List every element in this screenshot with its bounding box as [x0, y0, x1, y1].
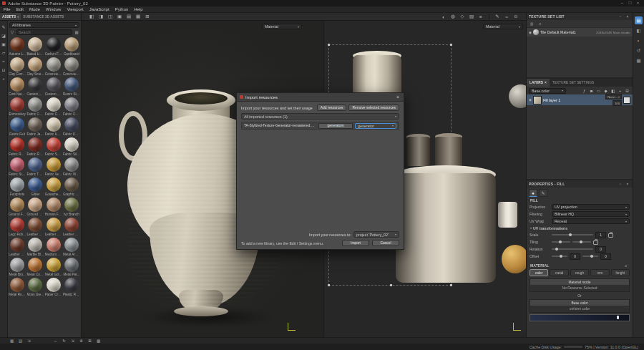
tab-layers[interactable]: LAYERS ×	[527, 79, 550, 87]
resource-tag-chip[interactable]: generators	[318, 123, 353, 129]
property-select[interactable]: UV projection ▾	[552, 204, 630, 210]
asset-item[interactable]: Fabric Can...	[26, 97, 44, 116]
asset-item[interactable]: Baked Lig...	[26, 37, 44, 56]
imported-resources-filter-select[interactable]: All imported resources (1) ▾	[241, 113, 399, 120]
2d-only-view-icon[interactable]: ▤	[125, 14, 133, 20]
render-view-icon[interactable]: ◨	[97, 14, 105, 20]
visibility-icon[interactable]: ◉	[529, 31, 532, 34]
asset-item[interactable]: Cork Natu...	[9, 77, 26, 96]
asset-item[interactable]: Leather Sn...	[63, 218, 80, 236]
asset-item[interactable]: Paper Cru...	[45, 278, 62, 296]
delete-layer-icon[interactable]: ⊟	[624, 88, 630, 94]
asset-item[interactable]: Human Fac...	[45, 198, 62, 216]
minimize-button[interactable]: –	[618, 0, 626, 6]
asset-item[interactable]: Clay Smo...	[26, 57, 44, 76]
close-icon[interactable]: ×	[545, 81, 547, 84]
add-folder-icon[interactable]: ▭	[595, 88, 602, 94]
asset-item[interactable]: Autumn L...	[9, 37, 26, 56]
asset-item[interactable]: Embroidery	[9, 97, 26, 116]
material-mode-select-2d[interactable]: Material ▾	[483, 24, 523, 29]
asset-item[interactable]: Fabric Twe...	[26, 157, 44, 176]
add-mask-icon[interactable]: ◙	[588, 88, 595, 94]
offset-v-slider[interactable]	[582, 256, 598, 257]
add-smart-material-icon[interactable]: ◆	[602, 88, 609, 94]
asset-item[interactable]: Carbon Fib...	[45, 37, 62, 56]
asset-item[interactable]: Metal Bru...	[9, 258, 26, 276]
smudge-tool-icon[interactable]: ≈	[1, 58, 7, 64]
asset-item[interactable]: Fabric Cott...	[63, 97, 80, 116]
projection-tool-icon[interactable]: ▣	[1, 41, 7, 47]
grid-toggle-icon[interactable]: ▦	[134, 14, 142, 20]
menu-edit[interactable]: Edit	[16, 7, 24, 11]
asset-item[interactable]: Glitter	[26, 178, 44, 196]
uv-handle[interactable]	[390, 284, 392, 286]
offset-u-slider[interactable]	[552, 256, 567, 257]
import-button[interactable]: Import	[342, 240, 369, 246]
offset-u-value[interactable]: 0	[570, 253, 580, 260]
asset-item[interactable]: Ivy Branch	[63, 198, 80, 216]
resource-usage-select[interactable]: generator ▾	[355, 123, 396, 129]
asset-item[interactable]: Concrete A...	[45, 57, 62, 76]
material-mode-value[interactable]: No Resource Selected	[530, 285, 629, 291]
asset-item[interactable]: Metal Rus...	[9, 278, 26, 296]
material-picker-tool-icon[interactable]: +	[1, 75, 7, 82]
lazy-mouse-icon[interactable]: ≈	[502, 14, 511, 20]
menu-file[interactable]: File	[4, 7, 11, 11]
asset-item[interactable]: Moss Gre...	[26, 278, 44, 296]
asset-item[interactable]: Footprints	[9, 178, 26, 196]
split-view-icon[interactable]: ◫	[106, 14, 114, 20]
dialog-titlebar[interactable]: Import resources ×	[237, 93, 404, 102]
texture-sets-panel-icon[interactable]: ▦	[635, 57, 643, 64]
display-settings-panel-icon[interactable]: ◐	[635, 37, 643, 44]
asset-item[interactable]: Gouache P...	[45, 178, 62, 196]
asset-item[interactable]: Concrete R...	[63, 57, 80, 76]
post-effects-icon[interactable]: ▨	[467, 14, 476, 20]
scale-value[interactable]: 1	[595, 232, 606, 238]
channel-filter-select[interactable]: Base color ▾	[529, 88, 566, 94]
universal-gizmo-icon[interactable]: ⊕	[78, 339, 84, 343]
symmetry-icon[interactable]: ⊙	[512, 14, 520, 20]
asset-item[interactable]: Marble Bl...	[26, 238, 44, 256]
pen-pressure-icon[interactable]: ✎	[493, 14, 502, 20]
blend-mode-select[interactable]: Norm... ▾	[605, 94, 622, 99]
texture-set-list-settings-icon[interactable]: ≡	[537, 21, 543, 26]
library-filter-select[interactable]: All libraries ▾	[9, 22, 79, 28]
lock-ratio-icon[interactable]	[593, 240, 598, 245]
uniform-color-swatch[interactable]	[530, 314, 630, 321]
brush-properties-tab-icon[interactable]: ✎	[539, 189, 547, 197]
base-color-mode[interactable]: uniform color	[530, 306, 629, 312]
item[interactable]: metal	[550, 269, 568, 276]
item[interactable]: rough	[570, 269, 589, 276]
texture-set-row[interactable]: ◉ Tile Default Material1 2048x2048 Main …	[527, 28, 633, 37]
property-select[interactable]: Bilinear HQ ▾	[552, 211, 630, 217]
asset-item[interactable]: Leather Gr...	[45, 218, 62, 236]
wireframe-icon[interactable]: ◇	[458, 14, 467, 20]
filter-texture-sets-icon[interactable]: ▥	[529, 21, 535, 26]
asset-item[interactable]: Fabric Sati...	[45, 137, 62, 156]
asset-item[interactable]: Medium B...	[45, 238, 62, 256]
environment-icon[interactable]: ◍	[449, 14, 457, 20]
asset-item[interactable]: Fabric Stri...	[9, 157, 26, 176]
offset-v-value[interactable]: 0	[600, 253, 611, 260]
shelf-import-icon[interactable]: ⇲	[26, 339, 32, 343]
asset-item[interactable]: Fabric Wo...	[63, 157, 80, 176]
cancel-button[interactable]: Cancel	[372, 240, 399, 246]
asset-item[interactable]: Metal Arm...	[63, 238, 80, 256]
opacity-input[interactable]: 100	[613, 100, 622, 106]
add-fill-layer-icon[interactable]: ◧	[610, 88, 616, 94]
3d-only-view-icon[interactable]: ▣	[115, 14, 124, 20]
asset-item[interactable]: Denim Stra...	[63, 77, 80, 96]
asset-item[interactable]: Metal Gol...	[45, 258, 62, 276]
uv-handle[interactable]	[328, 284, 330, 286]
visibility-icon[interactable]: ◉	[529, 98, 532, 102]
rotation-slider[interactable]	[552, 248, 593, 250]
asset-item[interactable]: Lego Rub...	[9, 218, 26, 236]
chevron-down-icon[interactable]: ▾	[530, 226, 532, 230]
paint-view-icon[interactable]: ◧	[87, 14, 96, 20]
asset-item[interactable]: Fabric Com...	[45, 97, 62, 116]
asset-item[interactable]: Leather Sc...	[9, 238, 26, 256]
menu-help[interactable]: Help	[134, 7, 142, 11]
asset-item[interactable]: Cardboard	[63, 37, 80, 56]
menu-viewport[interactable]: Viewport	[67, 7, 83, 11]
resource-row[interactable]: TA-Stylized-Texture-Generator-remastered…	[241, 122, 399, 130]
